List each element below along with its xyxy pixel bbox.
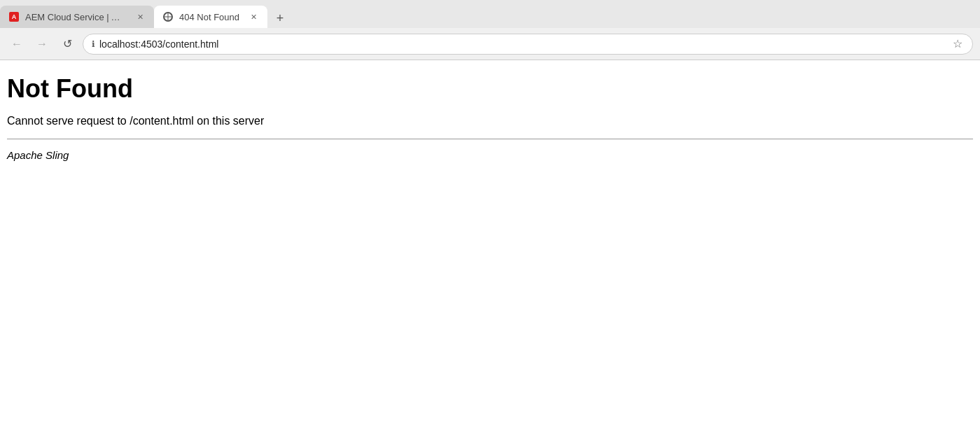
page-footer: Apache Sling bbox=[7, 149, 973, 161]
tab-404-close-button[interactable]: ✕ bbox=[248, 11, 259, 22]
aem-favicon-icon: A bbox=[8, 11, 20, 22]
back-button[interactable]: ← bbox=[7, 34, 27, 54]
reload-button[interactable]: ↺ bbox=[57, 34, 77, 54]
tab-aem[interactable]: A AEM Cloud Service | AEM Cloud S ✕ bbox=[0, 6, 154, 28]
new-tab-button[interactable]: + bbox=[270, 8, 290, 28]
address-text: localhost:4503/content.html bbox=[99, 39, 947, 50]
page-content: Not Found Cannot serve request to /conte… bbox=[0, 60, 980, 438]
tab-aem-close-button[interactable]: ✕ bbox=[134, 11, 146, 22]
tab-bar: A AEM Cloud Service | AEM Cloud S ✕ 404 … bbox=[0, 0, 980, 28]
forward-button[interactable]: → bbox=[32, 34, 52, 54]
address-bar-row: ← → ↺ ℹ localhost:4503/content.html ☆ bbox=[0, 28, 980, 60]
tab-404[interactable]: 404 Not Found ✕ bbox=[154, 6, 267, 28]
bookmark-star-icon[interactable]: ☆ bbox=[951, 37, 964, 50]
page-message: Cannot serve request to /content.html on… bbox=[7, 115, 973, 127]
globe-favicon-icon bbox=[162, 11, 174, 22]
tab-404-title: 404 Not Found bbox=[179, 12, 239, 22]
page-heading: Not Found bbox=[7, 74, 973, 104]
lock-icon: ℹ bbox=[92, 39, 95, 49]
divider bbox=[7, 139, 973, 139]
address-bar[interactable]: ℹ localhost:4503/content.html ☆ bbox=[83, 34, 973, 55]
tab-aem-title: AEM Cloud Service | AEM Cloud S bbox=[25, 12, 126, 22]
browser-chrome: A AEM Cloud Service | AEM Cloud S ✕ 404 … bbox=[0, 0, 980, 60]
